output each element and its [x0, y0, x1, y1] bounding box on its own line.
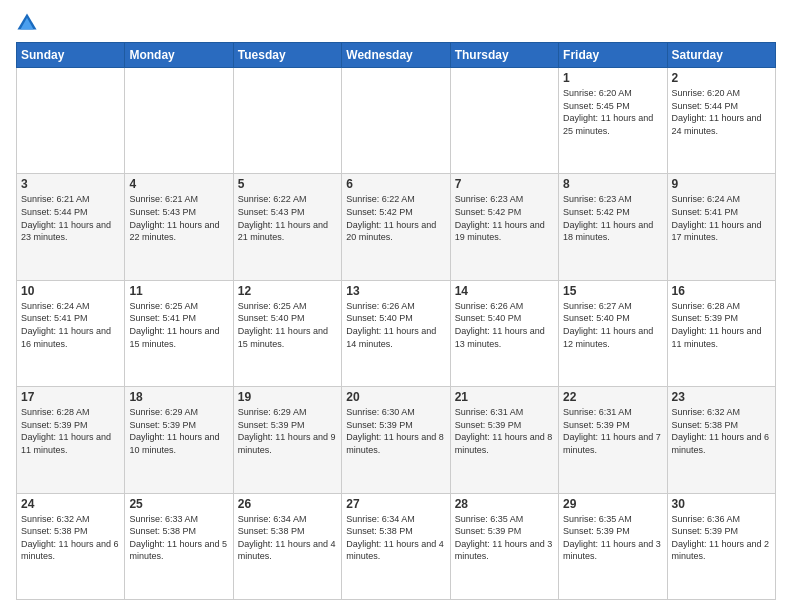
day-info: Sunrise: 6:22 AM Sunset: 5:42 PM Dayligh… [346, 193, 445, 243]
day-info: Sunrise: 6:31 AM Sunset: 5:39 PM Dayligh… [563, 406, 662, 456]
weekday-header-tuesday: Tuesday [233, 43, 341, 68]
calendar-cell: 13Sunrise: 6:26 AM Sunset: 5:40 PM Dayli… [342, 280, 450, 386]
day-info: Sunrise: 6:26 AM Sunset: 5:40 PM Dayligh… [455, 300, 554, 350]
day-number: 19 [238, 390, 337, 404]
day-number: 29 [563, 497, 662, 511]
day-number: 16 [672, 284, 771, 298]
day-info: Sunrise: 6:32 AM Sunset: 5:38 PM Dayligh… [672, 406, 771, 456]
day-number: 8 [563, 177, 662, 191]
calendar-cell: 15Sunrise: 6:27 AM Sunset: 5:40 PM Dayli… [559, 280, 667, 386]
day-number: 23 [672, 390, 771, 404]
calendar-cell: 22Sunrise: 6:31 AM Sunset: 5:39 PM Dayli… [559, 387, 667, 493]
day-info: Sunrise: 6:36 AM Sunset: 5:39 PM Dayligh… [672, 513, 771, 563]
calendar-cell: 4Sunrise: 6:21 AM Sunset: 5:43 PM Daylig… [125, 174, 233, 280]
page: SundayMondayTuesdayWednesdayThursdayFrid… [0, 0, 792, 612]
day-number: 5 [238, 177, 337, 191]
day-info: Sunrise: 6:28 AM Sunset: 5:39 PM Dayligh… [672, 300, 771, 350]
calendar-cell: 27Sunrise: 6:34 AM Sunset: 5:38 PM Dayli… [342, 493, 450, 599]
day-number: 9 [672, 177, 771, 191]
calendar-cell [450, 68, 558, 174]
calendar-cell: 7Sunrise: 6:23 AM Sunset: 5:42 PM Daylig… [450, 174, 558, 280]
day-info: Sunrise: 6:29 AM Sunset: 5:39 PM Dayligh… [129, 406, 228, 456]
day-info: Sunrise: 6:26 AM Sunset: 5:40 PM Dayligh… [346, 300, 445, 350]
calendar-row-2: 3Sunrise: 6:21 AM Sunset: 5:44 PM Daylig… [17, 174, 776, 280]
weekday-header-monday: Monday [125, 43, 233, 68]
day-info: Sunrise: 6:23 AM Sunset: 5:42 PM Dayligh… [455, 193, 554, 243]
weekday-header-sunday: Sunday [17, 43, 125, 68]
day-info: Sunrise: 6:34 AM Sunset: 5:38 PM Dayligh… [238, 513, 337, 563]
calendar-cell: 19Sunrise: 6:29 AM Sunset: 5:39 PM Dayli… [233, 387, 341, 493]
day-number: 22 [563, 390, 662, 404]
day-info: Sunrise: 6:30 AM Sunset: 5:39 PM Dayligh… [346, 406, 445, 456]
day-info: Sunrise: 6:25 AM Sunset: 5:41 PM Dayligh… [129, 300, 228, 350]
calendar-cell: 30Sunrise: 6:36 AM Sunset: 5:39 PM Dayli… [667, 493, 775, 599]
day-number: 20 [346, 390, 445, 404]
calendar-cell: 17Sunrise: 6:28 AM Sunset: 5:39 PM Dayli… [17, 387, 125, 493]
day-info: Sunrise: 6:33 AM Sunset: 5:38 PM Dayligh… [129, 513, 228, 563]
calendar-row-3: 10Sunrise: 6:24 AM Sunset: 5:41 PM Dayli… [17, 280, 776, 386]
day-number: 7 [455, 177, 554, 191]
calendar-cell: 9Sunrise: 6:24 AM Sunset: 5:41 PM Daylig… [667, 174, 775, 280]
day-number: 21 [455, 390, 554, 404]
day-info: Sunrise: 6:35 AM Sunset: 5:39 PM Dayligh… [563, 513, 662, 563]
calendar-table: SundayMondayTuesdayWednesdayThursdayFrid… [16, 42, 776, 600]
day-number: 15 [563, 284, 662, 298]
calendar-cell: 18Sunrise: 6:29 AM Sunset: 5:39 PM Dayli… [125, 387, 233, 493]
calendar-row-1: 1Sunrise: 6:20 AM Sunset: 5:45 PM Daylig… [17, 68, 776, 174]
calendar-cell [125, 68, 233, 174]
day-info: Sunrise: 6:32 AM Sunset: 5:38 PM Dayligh… [21, 513, 120, 563]
day-info: Sunrise: 6:24 AM Sunset: 5:41 PM Dayligh… [672, 193, 771, 243]
calendar-cell: 24Sunrise: 6:32 AM Sunset: 5:38 PM Dayli… [17, 493, 125, 599]
day-info: Sunrise: 6:35 AM Sunset: 5:39 PM Dayligh… [455, 513, 554, 563]
day-info: Sunrise: 6:20 AM Sunset: 5:44 PM Dayligh… [672, 87, 771, 137]
calendar-cell: 10Sunrise: 6:24 AM Sunset: 5:41 PM Dayli… [17, 280, 125, 386]
day-info: Sunrise: 6:29 AM Sunset: 5:39 PM Dayligh… [238, 406, 337, 456]
day-number: 17 [21, 390, 120, 404]
calendar-cell: 3Sunrise: 6:21 AM Sunset: 5:44 PM Daylig… [17, 174, 125, 280]
weekday-header-saturday: Saturday [667, 43, 775, 68]
day-number: 10 [21, 284, 120, 298]
day-number: 28 [455, 497, 554, 511]
day-info: Sunrise: 6:24 AM Sunset: 5:41 PM Dayligh… [21, 300, 120, 350]
day-info: Sunrise: 6:27 AM Sunset: 5:40 PM Dayligh… [563, 300, 662, 350]
calendar-cell: 2Sunrise: 6:20 AM Sunset: 5:44 PM Daylig… [667, 68, 775, 174]
calendar-cell: 6Sunrise: 6:22 AM Sunset: 5:42 PM Daylig… [342, 174, 450, 280]
day-number: 18 [129, 390, 228, 404]
day-number: 4 [129, 177, 228, 191]
day-number: 1 [563, 71, 662, 85]
day-number: 2 [672, 71, 771, 85]
calendar-cell: 29Sunrise: 6:35 AM Sunset: 5:39 PM Dayli… [559, 493, 667, 599]
calendar-cell: 1Sunrise: 6:20 AM Sunset: 5:45 PM Daylig… [559, 68, 667, 174]
calendar-cell: 11Sunrise: 6:25 AM Sunset: 5:41 PM Dayli… [125, 280, 233, 386]
calendar-cell: 25Sunrise: 6:33 AM Sunset: 5:38 PM Dayli… [125, 493, 233, 599]
day-info: Sunrise: 6:31 AM Sunset: 5:39 PM Dayligh… [455, 406, 554, 456]
calendar-cell [342, 68, 450, 174]
day-number: 14 [455, 284, 554, 298]
day-number: 27 [346, 497, 445, 511]
day-info: Sunrise: 6:20 AM Sunset: 5:45 PM Dayligh… [563, 87, 662, 137]
calendar-cell: 26Sunrise: 6:34 AM Sunset: 5:38 PM Dayli… [233, 493, 341, 599]
logo [16, 12, 42, 34]
day-info: Sunrise: 6:23 AM Sunset: 5:42 PM Dayligh… [563, 193, 662, 243]
day-info: Sunrise: 6:25 AM Sunset: 5:40 PM Dayligh… [238, 300, 337, 350]
day-number: 3 [21, 177, 120, 191]
day-number: 13 [346, 284, 445, 298]
calendar-cell [233, 68, 341, 174]
day-number: 30 [672, 497, 771, 511]
day-number: 24 [21, 497, 120, 511]
calendar-cell: 5Sunrise: 6:22 AM Sunset: 5:43 PM Daylig… [233, 174, 341, 280]
day-info: Sunrise: 6:22 AM Sunset: 5:43 PM Dayligh… [238, 193, 337, 243]
day-info: Sunrise: 6:34 AM Sunset: 5:38 PM Dayligh… [346, 513, 445, 563]
calendar-cell: 20Sunrise: 6:30 AM Sunset: 5:39 PM Dayli… [342, 387, 450, 493]
weekday-header-wednesday: Wednesday [342, 43, 450, 68]
weekday-header-row: SundayMondayTuesdayWednesdayThursdayFrid… [17, 43, 776, 68]
calendar-cell: 8Sunrise: 6:23 AM Sunset: 5:42 PM Daylig… [559, 174, 667, 280]
calendar-cell: 23Sunrise: 6:32 AM Sunset: 5:38 PM Dayli… [667, 387, 775, 493]
day-number: 12 [238, 284, 337, 298]
calendar-row-5: 24Sunrise: 6:32 AM Sunset: 5:38 PM Dayli… [17, 493, 776, 599]
day-number: 11 [129, 284, 228, 298]
calendar-cell: 28Sunrise: 6:35 AM Sunset: 5:39 PM Dayli… [450, 493, 558, 599]
calendar-cell: 14Sunrise: 6:26 AM Sunset: 5:40 PM Dayli… [450, 280, 558, 386]
calendar-cell: 12Sunrise: 6:25 AM Sunset: 5:40 PM Dayli… [233, 280, 341, 386]
logo-icon [16, 12, 38, 34]
